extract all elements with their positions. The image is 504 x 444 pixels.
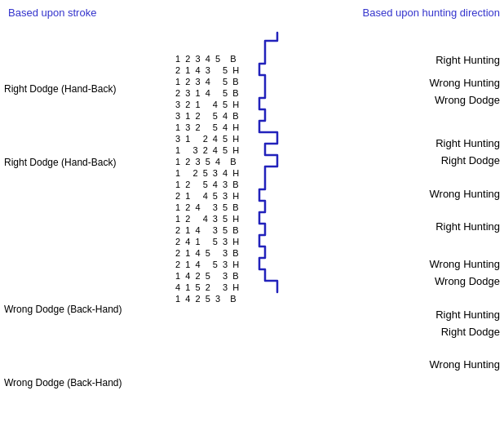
row-11: 1 2 5 3 4 H (175, 168, 239, 178)
row-12: 1 2 5 4 3 B (175, 180, 239, 189)
row-14: 1 2 4 3 5 B (175, 202, 239, 212)
left-label-1: Right Dodge (Hand-Back) (4, 83, 116, 95)
row-1: 1 2 3 4 5 B (175, 54, 237, 64)
right-label-11: Right Dodge (441, 326, 500, 338)
left-label-2: Right Dodge (Hand-Back) (4, 157, 116, 168)
right-label-6: Wrong Hunting (430, 188, 500, 200)
right-label-9: Wrong Dodge (435, 275, 500, 287)
right-label-1: Right Hunting (435, 54, 500, 66)
right-label-2: Wrong Hunting (430, 77, 500, 89)
left-label-3: Wrong Dodge (Back-Hand) (4, 304, 122, 315)
row-2: 2 1 4 3 5 H (175, 65, 239, 75)
right-label-4: Right Hunting (435, 137, 500, 149)
header-stroke: Based upon stroke (8, 7, 96, 19)
row-18: 2 1 4 5 3 B (175, 248, 239, 258)
row-8: 3 1 2 4 5 H (175, 134, 239, 144)
row-19: 2 1 4 5 3 H (175, 260, 239, 269)
right-label-3: Wrong Dodge (435, 94, 500, 106)
row-5: 3 2 1 4 5 H (175, 100, 239, 109)
row-22: 1 4 2 5 3 B (175, 294, 237, 304)
left-label-4: Wrong Dodge (Back-Hand) (4, 377, 122, 388)
right-label-5: Right Dodge (441, 154, 500, 166)
right-label-10: Right Hunting (435, 309, 500, 321)
row-4: 2 3 1 4 5 B (175, 88, 239, 98)
right-label-7: Right Hunting (435, 220, 500, 233)
row-6: 3 1 2 5 4 B (175, 111, 239, 121)
row-20: 1 4 2 5 3 B (175, 271, 239, 281)
row-16: 2 1 4 3 5 B (175, 225, 239, 235)
row-7: 1 3 2 5 4 H (175, 122, 239, 132)
row-15: 1 2 4 3 5 H (175, 214, 239, 224)
row-9: 1 3 2 4 5 H (175, 145, 239, 155)
row-10: 1 2 3 5 4 B (175, 157, 237, 166)
header-hunting: Based upon hunting direction (363, 7, 500, 19)
right-label-8: Wrong Hunting (430, 258, 500, 270)
row-17: 2 4 1 5 3 H (175, 237, 239, 246)
row-13: 2 1 4 5 3 H (175, 191, 239, 201)
right-label-12: Wrong Hunting (430, 358, 500, 371)
row-21: 4 1 5 2 3 H (175, 282, 239, 292)
main-content: Right Dodge (Hand-Back) Right Dodge (Han… (0, 24, 504, 444)
row-3: 1 2 3 4 5 B (175, 77, 239, 87)
